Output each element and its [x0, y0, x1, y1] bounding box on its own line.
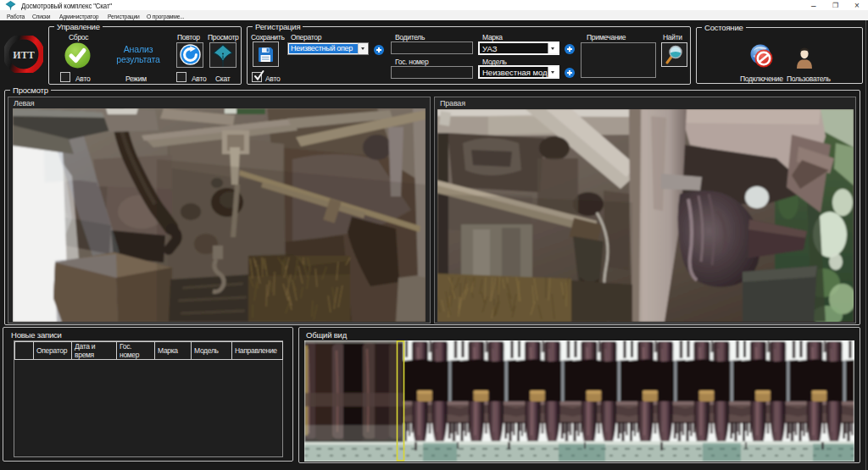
svg-text:ИТТ: ИТТ: [13, 49, 34, 61]
